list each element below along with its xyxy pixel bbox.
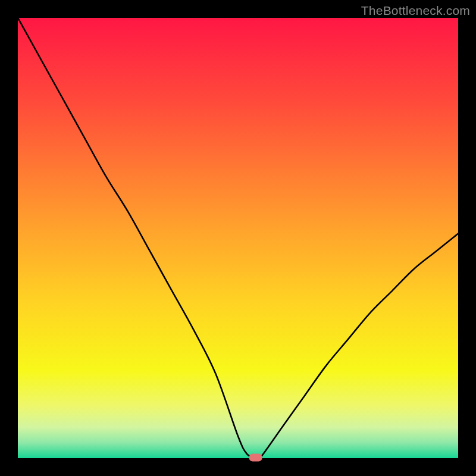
optimal-marker [249,454,262,462]
plot-background [18,18,458,458]
bottleneck-chart [0,0,476,476]
source-label: TheBottleneck.com [361,4,470,18]
chart-container: TheBottleneck.com [0,0,476,476]
